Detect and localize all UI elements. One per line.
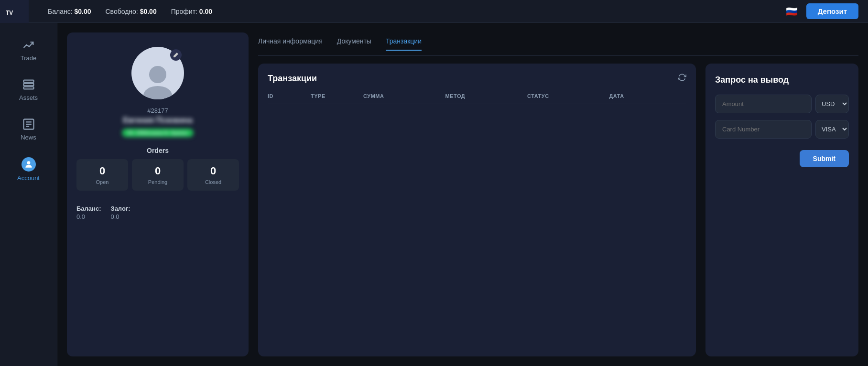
col-type: TYPE [311, 93, 358, 99]
main-layout: Trade Assets News [0, 23, 868, 366]
sidebar-item-news[interactable]: News [0, 112, 57, 147]
tab-transactions[interactable]: Транзакции [386, 37, 422, 51]
free-text: Свободно: $0.00 [106, 8, 157, 15]
logo: TV [0, 0, 29, 23]
sidebar-item-account[interactable]: Account [0, 151, 57, 187]
svg-rect-1 [23, 80, 33, 83]
svg-rect-3 [23, 87, 33, 89]
transactions-title: Транзакции [268, 74, 317, 84]
flag-icon: 🇷🇺 [785, 7, 799, 16]
card-number-input[interactable] [715, 120, 812, 139]
table-header: ID TYPE СУММА МЕТОД СТАТУС ДАТА [268, 93, 686, 104]
sidebar-label-account: Account [17, 174, 40, 182]
avatar-wrapper [131, 47, 184, 99]
sidebar-item-trade[interactable]: Trade [0, 32, 57, 67]
orders-pending-label: Pending [136, 179, 180, 185]
profile-status: RI: ORiKovana N. Ilyanov [122, 129, 193, 137]
orders-pending: 0 Pending [132, 159, 184, 191]
avatar-placeholder-icon [139, 61, 177, 99]
topbar: TV Баланс: $0.00 Свободно: $0.00 Профит:… [0, 0, 868, 23]
sidebar: Trade Assets News [0, 23, 57, 366]
table-empty [268, 104, 686, 152]
orders-closed-count: 0 [191, 165, 235, 177]
edit-icon [173, 52, 179, 58]
withdraw-panel: Запрос на вывод USD EUR BTC VISA [705, 64, 858, 356]
balance-item: Баланс: 0.0 [76, 205, 101, 220]
refresh-icon[interactable] [678, 73, 686, 84]
chart-icon [22, 38, 35, 52]
col-amount: СУММА [363, 93, 441, 99]
orders-grid: 0 Open 0 Pending 0 Closed [76, 159, 239, 191]
account-icon [24, 160, 33, 169]
orders-open-count: 0 [80, 165, 124, 177]
profile-name: Евгения Псковина [123, 116, 193, 125]
col-method: МЕТОД [445, 93, 523, 99]
orders-title: Orders [76, 147, 239, 154]
topbar-balance: Баланс: $0.00 Свободно: $0.00 Профит: 0.… [48, 8, 212, 15]
margin-item: Залог: 0.0 [110, 205, 130, 220]
right-section: Личная информация Документы Транзакции Т… [258, 32, 858, 356]
profile-card: #28177 Евгения Псковина RI: ORiKovana N.… [67, 32, 249, 356]
tabs: Личная информация Документы Транзакции [258, 32, 858, 56]
balance-label: Баланс: [76, 205, 101, 212]
profit-text: Профит: 0.00 [171, 8, 212, 15]
transactions-panel: Транзакции ID TYPE СУММА [258, 64, 696, 356]
topbar-right: 🇷🇺 Депозит [785, 3, 858, 19]
svg-text:TV: TV [6, 10, 13, 16]
orders-section: Orders 0 Open 0 Pending 0 Closed [76, 147, 239, 191]
news-icon [22, 118, 35, 131]
margin-value: 0.0 [110, 213, 130, 220]
col-status: СТАТУС [527, 93, 605, 99]
balance-value: 0.0 [76, 213, 101, 220]
svg-point-10 [143, 86, 172, 99]
orders-closed: 0 Closed [187, 159, 239, 191]
col-date: ДАТА [609, 93, 687, 99]
submit-button[interactable]: Submit [800, 150, 849, 167]
account-avatar [22, 157, 36, 172]
card-row: VISA MC [715, 120, 849, 139]
svg-point-9 [149, 66, 166, 83]
card-type-select[interactable]: VISA MC [815, 120, 849, 139]
orders-pending-count: 0 [136, 165, 180, 177]
main-row: Транзакции ID TYPE СУММА [258, 64, 858, 356]
sidebar-label-assets: Assets [19, 94, 38, 101]
orders-open-label: Open [80, 179, 124, 185]
balance-section: Баланс: 0.0 Залог: 0.0 [76, 200, 239, 220]
sidebar-label-trade: Trade [21, 54, 36, 62]
margin-label: Залог: [110, 205, 130, 212]
withdraw-title: Запрос на вывод [715, 75, 849, 85]
panel-header: Транзакции [268, 73, 686, 84]
svg-rect-2 [23, 84, 33, 86]
profile-id: #28177 [147, 107, 168, 114]
sidebar-item-assets[interactable]: Assets [0, 72, 57, 107]
amount-input[interactable] [715, 95, 812, 113]
col-id: ID [268, 93, 306, 99]
assets-icon [22, 78, 35, 91]
orders-closed-label: Closed [191, 179, 235, 185]
orders-open: 0 Open [76, 159, 128, 191]
sidebar-label-news: News [21, 134, 36, 141]
amount-row: USD EUR BTC [715, 95, 849, 113]
content-area: #28177 Евгения Псковина RI: ORiKovana N.… [57, 23, 868, 366]
tab-documents[interactable]: Документы [337, 37, 371, 51]
currency-select[interactable]: USD EUR BTC [815, 95, 849, 113]
tab-personal[interactable]: Личная информация [258, 37, 323, 51]
svg-point-8 [27, 161, 30, 164]
deposit-button[interactable]: Депозит [806, 3, 858, 19]
balance-text: Баланс: $0.00 [48, 8, 91, 15]
avatar-edit-button[interactable] [170, 49, 182, 61]
